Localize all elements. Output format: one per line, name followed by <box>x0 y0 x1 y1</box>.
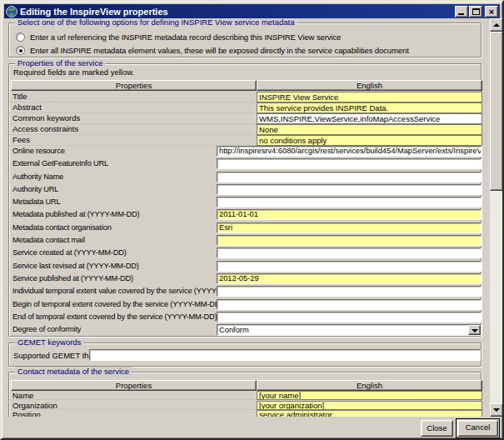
down-arrow-icon <box>493 408 500 412</box>
field-label: End of temporal extent covered by the se… <box>12 312 217 322</box>
properties-table-header: Properties English <box>9 80 481 91</box>
field-label: Service last revised at (YYYY-MM-DD) <box>12 261 139 272</box>
field-input[interactable]: http://inspiresrv4:6080/arcgis/rest/serv… <box>217 146 482 157</box>
field-label: External GetFeatureInfo URL <box>12 158 108 169</box>
radio-option-row[interactable]: Enter a url referencing the INSPIRE meta… <box>16 32 341 42</box>
content-pane: Select one of the following options for … <box>4 18 503 417</box>
field-label: Metadata contact organisation <box>12 222 112 233</box>
options-groupbox-caption: Select one of the following options for … <box>15 18 297 28</box>
gemet-groupbox: GEMET keywords Supported GEMET themes <box>8 342 482 367</box>
properties-groupbox: Properties of the service Required field… <box>8 63 482 337</box>
table-row: Fees no conditions apply <box>9 135 481 146</box>
field-input[interactable] <box>217 235 482 246</box>
contact-groupbox-caption: Contact metadata of the service <box>15 367 132 377</box>
scrollbar-thumb[interactable] <box>490 32 503 191</box>
property-label: Organization <box>12 401 57 410</box>
field-row: Authority URL <box>9 184 481 195</box>
field-input[interactable] <box>217 261 482 272</box>
field-label: Authority Name <box>12 172 63 182</box>
property-label: Position <box>12 410 41 417</box>
property-label: Abstract <box>12 102 42 112</box>
conformity-label: Degree of conformity <box>12 324 81 335</box>
field-label: Online resource <box>12 146 65 157</box>
table-row: Common keywords WMS,INSPIRE,ViewService,… <box>9 113 481 124</box>
column-header-english: English <box>257 380 482 391</box>
close-window-button[interactable]: × <box>485 6 498 18</box>
radio-button-icon[interactable] <box>16 46 25 55</box>
radio-option-label: Enter all INSPIRE metadata element value… <box>30 46 409 55</box>
field-list: Online resource http://inspiresrv4:6080/… <box>9 146 481 322</box>
minimize-button[interactable] <box>455 6 468 18</box>
field-row: Metadata URL <box>9 197 481 208</box>
close-icon: × <box>486 6 497 18</box>
property-value-cell[interactable]: service administrator <box>257 410 482 417</box>
column-header-properties: Properties <box>11 80 257 91</box>
vertical-scrollbar[interactable] <box>490 18 503 417</box>
up-arrow-icon <box>493 23 500 27</box>
window-controls: × <box>455 6 498 18</box>
contact-groupbox: Contact metadata of the service Properti… <box>8 372 482 417</box>
gemet-themes-input[interactable] <box>89 349 481 361</box>
dropdown-arrow-button[interactable] <box>468 325 481 335</box>
property-value-cell[interactable]: WMS,INSPIRE,ViewService,infoMapAccessSer… <box>257 113 482 124</box>
field-input[interactable] <box>217 158 482 169</box>
column-header-properties: Properties <box>11 380 257 391</box>
field-input[interactable] <box>217 312 482 322</box>
property-label: Name <box>12 391 33 400</box>
field-input[interactable]: 2012-05-29 <box>217 273 482 284</box>
field-row: Service published at (YYYY-MM-DD) 2012-0… <box>9 273 481 284</box>
cancel-button-default-ring: Cancel <box>456 418 500 438</box>
radio-button-icon[interactable] <box>16 32 25 42</box>
field-input[interactable] <box>217 248 482 258</box>
field-input[interactable] <box>217 286 482 297</box>
field-row: Metadata published at (YYYY-MM-DD) 2011-… <box>9 209 481 220</box>
field-label: Service published at (YYYY-MM-DD) <box>12 273 133 284</box>
field-label: Service created at (YYYY-MM-DD) <box>12 248 127 258</box>
property-value-cell[interactable]: None <box>257 124 482 135</box>
field-row: Metadata contact organisation Esri <box>9 222 481 233</box>
field-row: External GetFeatureInfo URL <box>9 158 481 169</box>
radio-option-label: Enter a url referencing the INSPIRE meta… <box>30 32 341 42</box>
property-value-cell[interactable]: [your name] <box>257 391 482 400</box>
gemet-groupbox-caption: GEMET keywords <box>15 338 83 348</box>
dialog-window: Editing the InspireView properties × Sel… <box>0 0 504 440</box>
field-input[interactable] <box>217 299 482 310</box>
contact-table-header: Properties English <box>9 380 481 391</box>
property-value-cell[interactable]: no conditions apply <box>257 135 482 146</box>
scroll-up-button[interactable] <box>490 18 503 32</box>
conformity-row: Degree of conformity Conform <box>9 324 481 336</box>
conformity-dropdown[interactable]: Conform <box>217 324 482 336</box>
cancel-button[interactable]: Cancel <box>457 420 498 437</box>
column-header-english: English <box>257 80 482 91</box>
field-input[interactable] <box>217 197 482 208</box>
field-input[interactable] <box>217 184 482 195</box>
maximize-button[interactable] <box>469 6 482 18</box>
table-row: Access constraints None <box>9 124 481 135</box>
field-input[interactable]: Esri <box>217 222 482 233</box>
field-input[interactable] <box>217 172 482 182</box>
property-label: Fees <box>12 135 30 145</box>
field-row: Individual temporal extent value covered… <box>9 286 481 297</box>
field-input[interactable]: 2011-01-01 <box>217 209 482 220</box>
required-fields-note: Required fields are marked yellow. <box>13 68 134 77</box>
properties-table-rows: Title INSPIRE View Service Abstract This… <box>9 92 481 146</box>
field-label: Metadata URL <box>12 197 61 208</box>
property-value-cell[interactable]: This service provides INSPIRE Data. <box>257 102 482 113</box>
contact-table-rows: Name [your name] Organization [your orga… <box>9 391 481 417</box>
property-label: Access constraints <box>12 124 78 134</box>
properties-field-rows: Online resource http://inspiresrv4:6080/… <box>9 146 481 336</box>
scroll-down-button[interactable] <box>490 403 503 417</box>
radio-option-row[interactable]: Enter all INSPIRE metadata element value… <box>16 45 409 55</box>
close-button[interactable]: Close <box>421 420 453 437</box>
property-value-cell[interactable]: [your organization] <box>257 401 482 410</box>
options-groupbox: Select one of the following options for … <box>8 22 482 58</box>
table-row: Position service administrator <box>9 410 481 417</box>
field-row: Service last revised at (YYYY-MM-DD) <box>9 261 481 272</box>
globe-icon <box>6 6 17 18</box>
field-row: Metadata contact mail <box>9 235 481 246</box>
field-label: Metadata published at (YYYY-MM-DD) <box>12 209 140 220</box>
field-row: End of temporal extent covered by the se… <box>9 312 481 322</box>
table-row: Name [your name] <box>9 391 481 400</box>
property-value-cell[interactable]: INSPIRE View Service <box>257 92 482 102</box>
field-label: Metadata contact mail <box>12 235 85 246</box>
